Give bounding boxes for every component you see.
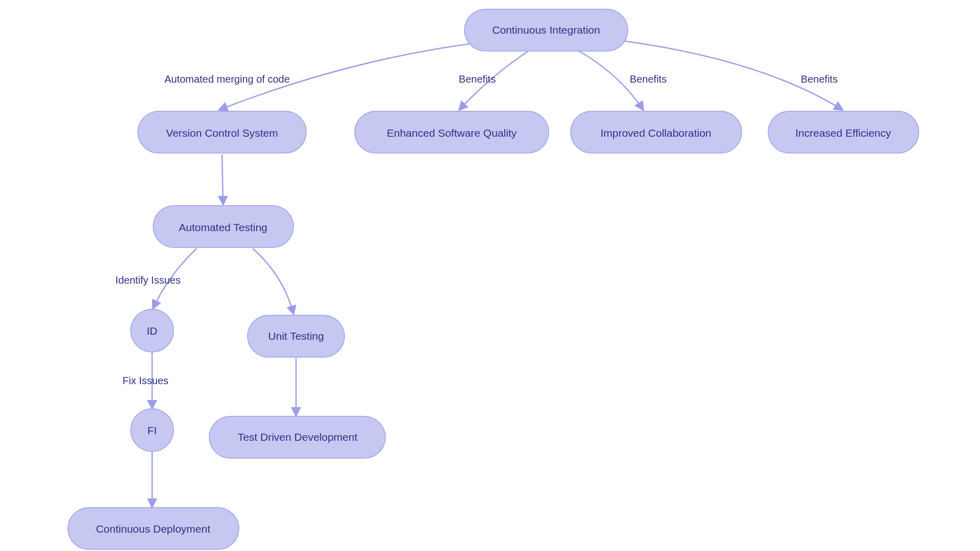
node-label-tdd: Test Driven Development [238, 431, 358, 443]
edge-label-id-fi: Fix Issues [122, 375, 168, 386]
edge-vcs-at [222, 155, 223, 204]
edge-label-ci-ic: Benefits [630, 73, 667, 85]
node-label-id: ID [147, 325, 158, 337]
ci-diagram: Automated merging of code Benefits Benef… [0, 0, 980, 551]
edge-label-ci-vcs: Automated merging of code [164, 73, 290, 85]
node-label-vcs: Version Control System [166, 127, 278, 139]
edge-label-ci-esq: Benefits [459, 73, 496, 85]
node-label-ut: Unit Testing [268, 330, 324, 342]
edge-label-ci-ie: Benefits [801, 73, 838, 85]
edge-at-ut [253, 248, 293, 314]
node-label-cd: Continuous Deployment [96, 523, 210, 535]
node-label-fi: FI [148, 424, 157, 436]
node-label-at: Automated Testing [179, 221, 267, 233]
node-label-ic: Improved Collaboration [600, 127, 711, 139]
node-label-ci: Continuous Integration [492, 24, 600, 36]
node-label-esq: Enhanced Software Quality [387, 127, 517, 139]
node-label-ie: Increased Efficiency [795, 127, 891, 139]
edge-label-at-id: Identify Issues [115, 274, 181, 286]
